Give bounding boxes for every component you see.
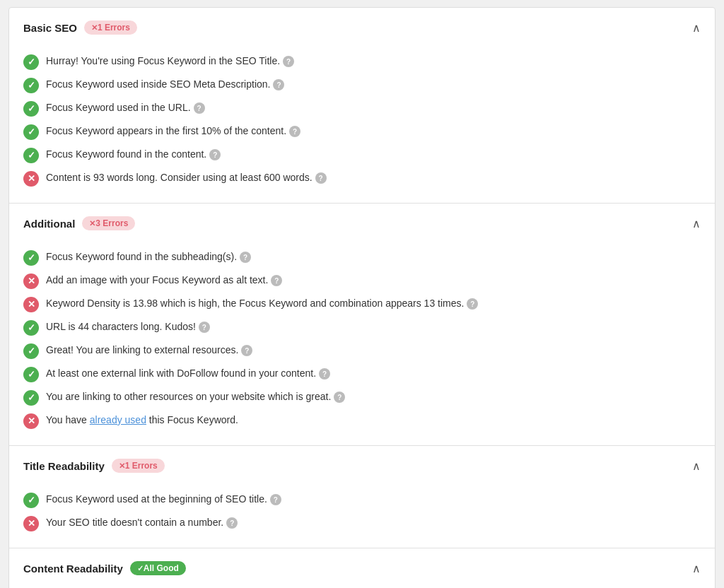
help-icon[interactable]: ? — [226, 517, 238, 529]
error-icon: ✕ — [23, 413, 39, 429]
help-icon[interactable]: ? — [209, 149, 221, 160]
section-title-readability: Title Readability1 Errors∧✓Focus Keyword… — [9, 446, 715, 548]
check-item: ✓You are linking to other resources on y… — [23, 386, 701, 409]
help-icon[interactable]: ? — [241, 345, 252, 356]
check-text: Focus Keyword found in the subheading(s)… — [46, 249, 701, 264]
help-icon[interactable]: ? — [271, 275, 282, 286]
check-item: ✕You have already used this Focus Keywor… — [23, 409, 701, 433]
check-item: ✓Focus Keyword found in the subheading(s… — [23, 246, 701, 269]
check-text: Focus Keyword appears in the first 10% o… — [46, 124, 701, 139]
section-header-title-readability[interactable]: Title Readability1 Errors∧ — [9, 446, 715, 486]
section-header-additional[interactable]: Additional3 Errors∧ — [9, 204, 715, 243]
chevron-icon-title-readability[interactable]: ∧ — [692, 459, 701, 473]
check-text: Great! You are linking to external resou… — [46, 343, 701, 358]
check-item: ✓At least one external link with DoFollo… — [23, 363, 701, 386]
success-icon: ✓ — [23, 78, 39, 93]
check-text: Focus Keyword found in the content.? — [46, 147, 701, 162]
success-icon: ✓ — [23, 390, 39, 406]
section-header-content-readability[interactable]: Content ReadabilityAll Good∧ — [9, 548, 715, 588]
section-basic-seo: Basic SEO1 Errors∧✓Hurray! You're using … — [9, 8, 715, 204]
section-badge-basic-seo: 1 Errors — [84, 20, 137, 35]
check-text: URL is 44 characters long. Kudos!? — [46, 319, 701, 334]
check-item: ✕Add an image with your Focus Keyword as… — [23, 269, 701, 293]
error-icon: ✕ — [23, 274, 39, 289]
check-text: Your SEO title doesn't contain a number.… — [46, 515, 701, 530]
help-icon[interactable]: ? — [334, 392, 345, 403]
section-content-readability: Content ReadabilityAll Good∧✓You seem to… — [9, 548, 715, 588]
success-icon: ✓ — [23, 54, 39, 70]
check-item: ✕Your SEO title doesn't contain a number… — [23, 512, 701, 535]
check-item: ✓Focus Keyword appears in the first 10% … — [23, 120, 701, 143]
check-text: At least one external link with DoFollow… — [46, 366, 701, 381]
check-text: Keyword Density is 13.98 which is high, … — [46, 296, 701, 311]
help-icon[interactable]: ? — [199, 322, 210, 333]
help-icon[interactable]: ? — [315, 172, 327, 184]
check-text: Focus Keyword used inside SEO Meta Descr… — [46, 77, 701, 92]
check-item: ✓Great! You are linking to external reso… — [23, 339, 701, 363]
check-item: ✓Focus Keyword found in the content.? — [23, 143, 701, 167]
section-header-basic-seo[interactable]: Basic SEO1 Errors∧ — [9, 8, 715, 47]
check-text: Focus Keyword used in the URL.? — [46, 100, 701, 115]
success-icon: ✓ — [23, 493, 39, 508]
help-icon[interactable]: ? — [289, 126, 300, 137]
error-icon: ✕ — [23, 516, 39, 531]
help-icon[interactable]: ? — [467, 298, 478, 310]
chevron-icon-basic-seo[interactable]: ∧ — [692, 21, 701, 35]
success-icon: ✓ — [23, 124, 39, 140]
check-text: Focus Keyword used at the beginning of S… — [46, 492, 701, 507]
check-link[interactable]: already used — [90, 414, 146, 425]
chevron-icon-content-readability[interactable]: ∧ — [692, 562, 701, 575]
check-text: Content is 93 words long. Consider using… — [46, 170, 701, 185]
success-icon: ✓ — [23, 343, 39, 359]
section-badge-additional: 3 Errors — [82, 216, 135, 230]
section-body-basic-seo: ✓Hurray! You're using Focus Keyword in t… — [9, 47, 715, 203]
section-body-additional: ✓Focus Keyword found in the subheading(s… — [9, 243, 715, 445]
check-text: Hurray! You're using Focus Keyword in th… — [46, 54, 701, 69]
check-text: Add an image with your Focus Keyword as … — [46, 273, 701, 288]
check-item: ✓Focus Keyword used in the URL.? — [23, 97, 701, 120]
success-icon: ✓ — [23, 148, 39, 163]
check-item: ✕Content is 93 words long. Consider usin… — [23, 167, 701, 190]
help-icon[interactable]: ? — [240, 252, 251, 263]
chevron-icon-additional[interactable]: ∧ — [692, 217, 701, 230]
section-title-basic-seo: Basic SEO — [23, 22, 77, 34]
check-item: ✕Keyword Density is 13.98 which is high,… — [23, 293, 701, 316]
section-additional: Additional3 Errors∧✓Focus Keyword found … — [9, 204, 715, 446]
check-item: ✓Focus Keyword used inside SEO Meta Desc… — [23, 74, 701, 97]
success-icon: ✓ — [23, 320, 39, 336]
check-item: ✓URL is 44 characters long. Kudos!? — [23, 316, 701, 339]
help-icon[interactable]: ? — [283, 56, 294, 67]
section-badge-content-readability: All Good — [130, 561, 186, 575]
section-title-title-readability: Title Readability — [23, 460, 105, 472]
help-icon[interactable]: ? — [270, 494, 281, 505]
check-item: ✓Focus Keyword used at the beginning of … — [23, 488, 701, 512]
seo-panel: Basic SEO1 Errors∧✓Hurray! You're using … — [8, 7, 716, 588]
help-icon[interactable]: ? — [273, 79, 284, 90]
help-icon[interactable]: ? — [319, 368, 330, 380]
section-badge-title-readability: 1 Errors — [112, 459, 165, 473]
error-icon: ✕ — [23, 171, 39, 187]
section-title-content-readability: Content Readability — [23, 563, 123, 575]
check-item: ✓Hurray! You're using Focus Keyword in t… — [23, 50, 701, 74]
success-icon: ✓ — [23, 367, 39, 382]
section-title-additional: Additional — [23, 218, 75, 230]
error-icon: ✕ — [23, 297, 39, 312]
section-body-title-readability: ✓Focus Keyword used at the beginning of … — [9, 486, 715, 548]
check-text: You have already used this Focus Keyword… — [46, 413, 701, 428]
help-icon[interactable]: ? — [194, 102, 205, 114]
success-icon: ✓ — [23, 101, 39, 117]
success-icon: ✓ — [23, 250, 39, 266]
check-text: You are linking to other resources on yo… — [46, 389, 701, 404]
